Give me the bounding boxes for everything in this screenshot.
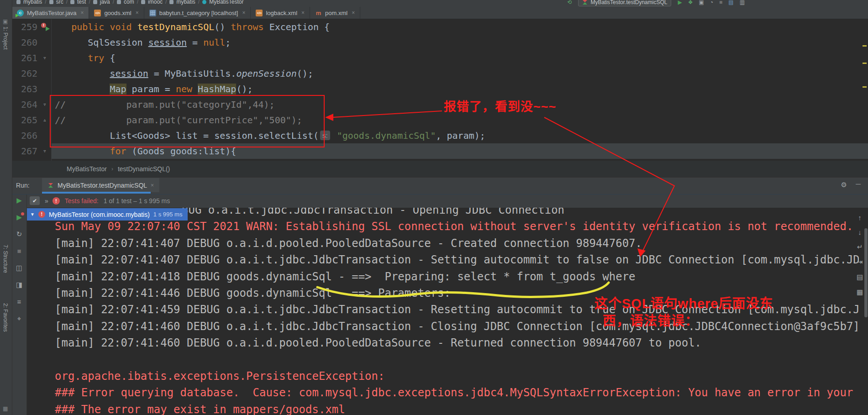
code-line: for (Goods goods:list){ <box>55 143 236 159</box>
breadcrumb-separator: / <box>137 0 138 5</box>
folder-icon <box>169 0 174 4</box>
close-icon[interactable]: × <box>352 10 355 16</box>
print-icon[interactable]: ▤ <box>854 273 865 281</box>
close-icon[interactable]: × <box>80 10 84 16</box>
run-config-selector[interactable]: MyBatisTestor.testDynamicSQL <box>578 0 671 6</box>
code-line: Map param = new HashMap(); <box>55 81 253 97</box>
tool-stripe-favorites[interactable]: 2: Favorites <box>2 303 9 332</box>
breadcrumb-item[interactable]: src <box>56 0 63 5</box>
run-tab[interactable]: MyBatisTestor.testDynamicSQL × <box>42 178 159 192</box>
line-number: 264 <box>12 97 37 112</box>
fold-marker-icon[interactable]: ▵ <box>43 112 47 128</box>
breadcrumb-item[interactable]: MyBatisTestor <box>209 0 243 5</box>
rerun-failed-tests-icon[interactable]: ▶ <box>12 213 26 221</box>
show-passed-checkbox[interactable]: ✔ <box>30 196 40 205</box>
inspection-mark[interactable] <box>863 45 867 47</box>
dump-threads-icon[interactable]: ◫ <box>12 264 26 272</box>
collapse-arrow-icon[interactable]: ▼ <box>30 212 35 217</box>
editor-tab[interactable]: </>goods.xml× <box>89 7 144 19</box>
breadcrumb-item[interactable]: test <box>77 0 86 5</box>
line-number: 262 <box>12 66 37 81</box>
stop-icon[interactable]: ■ <box>12 247 26 255</box>
editor-tab[interactable]: babytun.t_category [localhost]× <box>144 7 251 19</box>
scroll-to-end-icon[interactable]: ⇥ <box>854 258 865 266</box>
breadcrumb-class[interactable]: MyBatisTestor <box>67 165 107 173</box>
code-token: HashMap <box>198 84 236 95</box>
layout-icon[interactable]: ▤ <box>728 0 733 5</box>
tool-stripe-project[interactable]: 1: Project <box>2 26 9 50</box>
coverage-icon[interactable]: ▣ <box>699 0 704 5</box>
stop-icon[interactable]: ■ <box>719 0 722 5</box>
line-number: 266 <box>12 128 37 143</box>
code-token: void <box>110 21 132 32</box>
editor-tab[interactable]: CMyBatisTestor.java× <box>12 7 89 19</box>
editor-tab[interactable]: mpom.xml× <box>310 7 360 19</box>
code-line: public void testDynamicSQL() throws Exce… <box>55 19 330 35</box>
breadcrumb-item[interactable]: mybatis <box>23 0 42 5</box>
console-line: [main] 22:07:41:460 DEBUG o.a.i.d.pooled… <box>55 335 859 351</box>
test-tree-selected-row[interactable]: ▼ ! MyBatisTestor (com.imooc.mybatis) 1 … <box>26 208 188 221</box>
gutter-row: 265▵ <box>12 112 51 128</box>
profiler-icon[interactable]: ◔ <box>710 0 713 5</box>
line-number: 259 <box>12 19 37 35</box>
code-token: openSession <box>236 68 296 79</box>
back-icon[interactable]: ⟲ <box>567 0 572 5</box>
test-progress-bar <box>42 192 151 194</box>
editor-tab-bar: CMyBatisTestor.java×</>goods.xml×babytun… <box>12 7 868 19</box>
breadcrumb-item[interactable]: imooc <box>148 0 163 5</box>
debug-icon[interactable]: ❖ <box>688 0 693 5</box>
window-icon[interactable]: ▥ <box>740 0 745 5</box>
breadcrumb-separator: / <box>66 0 68 5</box>
code-line: session = MyBatisUtils.openSession(); <box>55 66 313 81</box>
grid-icon[interactable]: ▦ <box>3 405 8 412</box>
code-token: = MyBatisUtils. <box>148 68 237 79</box>
tool-stripe-structure[interactable]: 7: Structure <box>2 245 9 273</box>
scroll-up-icon[interactable]: ↑ <box>854 214 865 221</box>
fold-marker-icon[interactable]: ▿ <box>43 143 47 159</box>
close-icon[interactable]: × <box>301 10 305 16</box>
failed-test-run-icon[interactable]: ! <box>41 23 48 30</box>
close-icon[interactable]: × <box>151 182 154 189</box>
tool-window-icon[interactable]: ▣ <box>3 18 8 25</box>
breadcrumb-separator: / <box>45 0 46 5</box>
breadcrumb-item[interactable]: com <box>124 0 134 5</box>
editor-tab[interactable]: </>logback.xml× <box>251 7 310 19</box>
run-icon[interactable]: ▶ <box>678 0 682 5</box>
breadcrumb-item[interactable]: java <box>100 0 110 5</box>
code-token: for <box>110 146 126 157</box>
red-badge <box>21 212 24 215</box>
inspection-mark[interactable] <box>863 63 867 64</box>
clear-icon[interactable]: ▦ <box>854 288 865 296</box>
pin-icon[interactable]: ⌖ <box>12 315 26 323</box>
breadcrumb-method[interactable]: testDynamicSQL() <box>118 165 170 173</box>
double-chevron-icon[interactable]: » <box>45 197 47 205</box>
code-token: (Goods goods:list){ <box>126 146 237 157</box>
console-line <box>55 352 859 368</box>
annotation-text-error-callout: 报错了，看到没~~~ <box>444 97 556 115</box>
left-tool-stripe: ▣ 1: Project 7: Structure 2: Favorites ▦ <box>0 0 12 415</box>
console-line: [main] 22:07:41:407 DEBUG o.a.i.t.jdbc.J… <box>55 252 859 268</box>
soft-wrap-icon[interactable]: ↵ <box>854 243 865 251</box>
nav-action-icons: ▶❖▣◔■▤▥ <box>678 0 745 5</box>
line-number: 263 <box>12 81 37 97</box>
fold-marker-icon[interactable]: ▿ <box>43 50 47 66</box>
code-editor[interactable]: 259!260261▿262263264▿265▵266267▿ public … <box>12 19 868 161</box>
close-icon[interactable]: × <box>242 10 245 16</box>
console-line: Sun May 09 22:07:40 CST 2021 WARN: Estab… <box>55 218 859 235</box>
minimize-icon[interactable]: ─ <box>856 180 861 188</box>
test-history-icon[interactable]: ◨ <box>12 281 26 289</box>
close-icon[interactable]: × <box>136 10 139 16</box>
sort-icon[interactable]: ≡ <box>12 298 26 305</box>
chevron-right-icon: › <box>111 166 113 172</box>
gutter-row: 264▿ <box>12 97 51 112</box>
gutter-row: 263 <box>12 81 51 97</box>
fold-marker-icon[interactable]: ▿ <box>43 97 47 112</box>
test-failed-icon: ! <box>38 211 45 218</box>
rerun-icon[interactable]: ▶ <box>12 196 26 205</box>
toggle-auto-test-icon[interactable]: ↻ <box>12 230 26 238</box>
code-token <box>55 68 110 79</box>
inspection-mark[interactable] <box>863 86 867 88</box>
scroll-down-icon[interactable]: ↓ <box>854 228 865 236</box>
gear-icon[interactable]: ⚙ <box>841 181 847 189</box>
breadcrumb-item[interactable]: mybatis <box>176 0 195 5</box>
